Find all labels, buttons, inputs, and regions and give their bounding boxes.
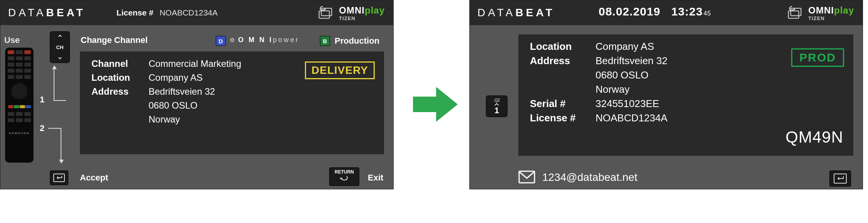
license-value: NOABCD1234A bbox=[596, 112, 667, 124]
screen-player-info: DATABEAT 08.02.201913:2345 OMNIplay TIZE… bbox=[469, 0, 863, 189]
license-label: License # bbox=[117, 8, 154, 17]
svg-rect-4 bbox=[788, 11, 799, 18]
mail-icon bbox=[518, 170, 535, 185]
channel-key: Channel bbox=[91, 58, 149, 69]
change-channel-title: Change Channel bbox=[81, 35, 148, 45]
brand-logo: DATABEAT bbox=[477, 7, 555, 19]
guide-arrow-h bbox=[48, 128, 61, 129]
location-key: Location bbox=[530, 41, 596, 53]
license-key: License # bbox=[530, 112, 596, 124]
time-seconds: 45 bbox=[704, 10, 711, 17]
key-qz-sub: .QZ bbox=[494, 98, 500, 102]
location-value: Company AS bbox=[596, 41, 654, 53]
date-value: 08.02.2019 bbox=[599, 5, 660, 18]
datetime: 08.02.201913:2345 bbox=[599, 5, 711, 18]
support-email: 1234@databeat.net bbox=[542, 171, 637, 184]
channel-value: Commercial Marketing bbox=[149, 58, 241, 69]
channel-rocker[interactable]: ⌃ CH ⌄ bbox=[50, 31, 70, 63]
serial-value: 324551023EE bbox=[596, 98, 659, 110]
brand-logo: DATABEAT bbox=[8, 7, 86, 19]
address-key: Address bbox=[91, 86, 149, 97]
model-number: QM49N bbox=[785, 128, 843, 146]
accept-label: Accept bbox=[80, 173, 108, 183]
exit-label: Exit bbox=[368, 173, 383, 183]
player-info-panel: LocationCompany AS AddressBedriftsveien … bbox=[518, 34, 853, 156]
serial-key: Serial # bbox=[530, 98, 596, 110]
license-value: NOABCD1234A bbox=[159, 8, 218, 17]
address-line3: Norway bbox=[596, 83, 629, 95]
key-qz-num: 1 bbox=[494, 106, 499, 115]
omnipower-label: ⚙ O M N Ipower bbox=[230, 36, 299, 44]
guide-arrow-up bbox=[54, 66, 66, 101]
address-line1: Bedriftsveien 32 bbox=[596, 55, 667, 67]
omniplay-icon bbox=[317, 3, 335, 23]
prod-badge: PROD bbox=[791, 48, 844, 67]
screen-change-channel: DATABEAT License # NOABCD1234A OMNIplay … bbox=[0, 0, 394, 189]
address-line3: Norway bbox=[149, 114, 180, 125]
location-key: Location bbox=[91, 72, 149, 83]
channel-info-panel: ChannelCommercial Marketing LocationComp… bbox=[80, 51, 384, 154]
address-line2: 0680 OSLO bbox=[596, 69, 648, 81]
step-2-marker: 2 bbox=[40, 123, 44, 133]
omniplay-logo: OMNIplay TIZEN bbox=[317, 3, 385, 23]
remote-control-illustration: SAMSUNG bbox=[5, 48, 34, 163]
badge-d[interactable]: D bbox=[216, 36, 226, 46]
omniplay-logo: OMNIplay TIZEN bbox=[787, 3, 854, 23]
return-label: RETURN bbox=[330, 169, 359, 175]
return-arrow-icon bbox=[339, 175, 350, 182]
enter-key-icon[interactable] bbox=[50, 170, 68, 185]
location-value: Company AS bbox=[149, 72, 203, 83]
return-button[interactable]: RETURN bbox=[329, 167, 359, 186]
chevron-down-icon: ⌄ bbox=[57, 53, 63, 60]
address-line2: 0680 OSLO bbox=[149, 100, 198, 111]
transition-arrow-icon bbox=[413, 85, 458, 125]
step-1-marker: 1 bbox=[40, 95, 44, 105]
enter-key-icon[interactable] bbox=[829, 170, 851, 187]
chevron-up-icon: ⌃ bbox=[57, 34, 63, 42]
svg-rect-1 bbox=[319, 11, 330, 18]
address-line1: Bedriftsveien 32 bbox=[149, 86, 215, 97]
keypad-1-button[interactable]: .QZ 1 bbox=[486, 95, 508, 117]
header-left: DATABEAT License # NOABCD1234A OMNIplay … bbox=[0, 0, 393, 25]
badge-b[interactable]: B bbox=[320, 36, 330, 46]
time-value: 13:23 bbox=[671, 5, 703, 18]
use-label: Use bbox=[4, 35, 20, 45]
production-label: Production bbox=[335, 36, 379, 46]
delivery-badge: DELIVERY bbox=[305, 61, 375, 79]
header-right: DATABEAT 08.02.201913:2345 OMNIplay TIZE… bbox=[470, 0, 863, 25]
guide-arrow-down bbox=[61, 128, 66, 163]
ch-label: CH bbox=[56, 44, 64, 50]
omniplay-icon bbox=[787, 3, 804, 23]
address-key: Address bbox=[530, 55, 596, 67]
